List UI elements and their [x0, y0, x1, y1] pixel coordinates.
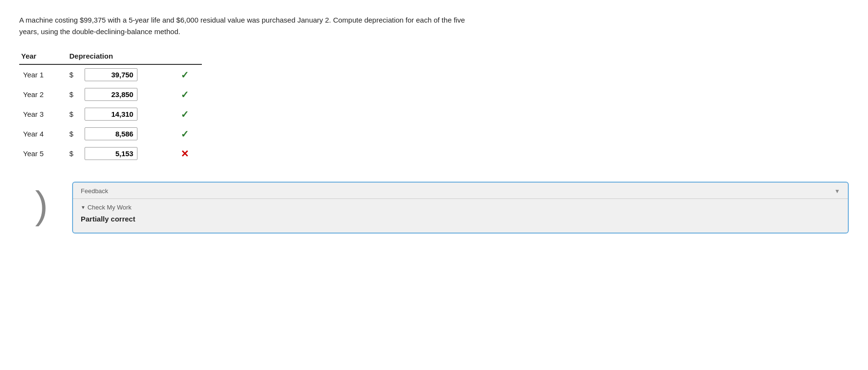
check-my-work-triangle-icon: ▼ — [81, 205, 86, 210]
check-my-work-label: Check My Work — [87, 204, 132, 211]
table-row: Year 5$✕ — [19, 144, 202, 163]
depreciation-input-year-1[interactable] — [85, 68, 137, 81]
table-row: Year 3$✓ — [19, 104, 202, 124]
dollar-sign-3: $ — [65, 104, 81, 124]
table-row: Year 1$✓ — [19, 64, 202, 85]
status-icon-year-2: ✓ — [177, 85, 202, 104]
col-depreciation-header: Depreciation — [65, 49, 202, 64]
year-label-2: Year 2 — [19, 85, 65, 104]
result-text: Partially correct — [81, 215, 840, 223]
table-row: Year 4$✓ — [19, 124, 202, 144]
year-label-1: Year 1 — [19, 64, 65, 85]
dollar-sign-4: $ — [65, 124, 81, 144]
depreciation-input-year-2[interactable] — [85, 88, 137, 101]
dollar-sign-2: $ — [65, 85, 81, 104]
left-bracket-decoration: ) — [35, 183, 48, 227]
dollar-sign-5: $ — [65, 144, 81, 163]
col-year-header: Year — [19, 49, 65, 64]
problem-text-line2: years, using the double-declining-balanc… — [19, 27, 180, 36]
depreciation-input-year-3[interactable] — [85, 108, 137, 121]
problem-text-line1: A machine costing $99,375 with a 5-year … — [19, 16, 465, 24]
depreciation-table: Year Depreciation Year 1$✓Year 2$✓Year 3… — [19, 49, 202, 163]
table-row: Year 2$✓ — [19, 85, 202, 104]
dollar-sign-1: $ — [65, 64, 81, 85]
status-icon-year-5: ✕ — [177, 144, 202, 163]
feedback-body: ▼ Check My Work Partially correct — [73, 199, 848, 233]
feedback-header: Feedback ▼ — [73, 183, 848, 199]
year-label-3: Year 3 — [19, 104, 65, 124]
depreciation-table-container: Year Depreciation Year 1$✓Year 2$✓Year 3… — [19, 49, 849, 163]
year-label-4: Year 4 — [19, 124, 65, 144]
feedback-label: Feedback — [81, 187, 108, 195]
year-label-5: Year 5 — [19, 144, 65, 163]
check-my-work-row[interactable]: ▼ Check My Work — [81, 204, 840, 211]
status-icon-year-1: ✓ — [177, 64, 202, 85]
feedback-box: Feedback ▼ ▼ Check My Work Partially cor… — [72, 182, 849, 234]
problem-statement: A machine costing $99,375 with a 5-year … — [19, 14, 788, 37]
status-icon-year-4: ✓ — [177, 124, 202, 144]
depreciation-input-year-5[interactable] — [85, 147, 137, 160]
depreciation-input-year-4[interactable] — [85, 127, 137, 140]
status-icon-year-3: ✓ — [177, 104, 202, 124]
feedback-chevron-icon[interactable]: ▼ — [834, 188, 840, 195]
